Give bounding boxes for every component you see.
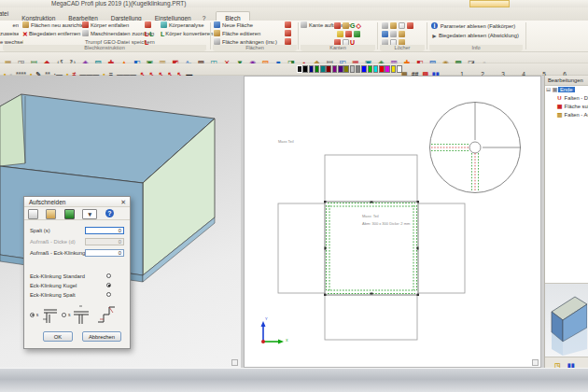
group-label-kanten: Kanten [301, 45, 375, 51]
ribbon-item-koerper-konvertieren[interactable]: LKörper konvertieren [161, 30, 213, 38]
radio-kugel[interactable] [106, 283, 111, 287]
megacad-window: MegaCAD Profi plus 2019 (1)(Kugelklinkun… [0, 0, 588, 392]
ribbon-icon-stack-2[interactable]: LL [145, 30, 155, 38]
ribbon-icon-stack-1[interactable] [145, 21, 153, 30]
palette-swatch-1[interactable] [302, 65, 308, 73]
palette-swatch-15[interactable] [385, 65, 390, 73]
operations-panel: Bearbeitungen ⊟▣Ende U Falten - Dicke▦ F… [544, 76, 588, 368]
viewport-2d[interactable]: Mass Teil Mass: Teil Abm: 300 x 300 Dick… [244, 76, 541, 368]
panel-header: Bearbeitungen [545, 76, 588, 86]
palette-swatch-9[interactable] [350, 65, 356, 73]
ribbon-item-flaeche-editieren[interactable]: Fläche editieren [214, 30, 260, 38]
palette-current-swatch[interactable] [297, 65, 302, 73]
convert-body-icon: L [161, 30, 164, 38]
palette-swatch-14[interactable] [379, 65, 385, 73]
ribbon-item-clipped-2[interactable]: zuweisen [0, 30, 19, 38]
table-icon[interactable] [64, 209, 75, 219]
ribbon-item-biegedaten-ablesen[interactable]: ►Biegedaten ablesen (Abwicklung) [431, 32, 519, 40]
palette-swatch-2[interactable] [309, 65, 315, 73]
palette-swatch-4[interactable] [320, 65, 326, 73]
bottom-bar [0, 368, 588, 392]
ribbon-item-clipped-1[interactable]: en [0, 21, 19, 30]
palette-swatch-8[interactable] [343, 65, 349, 73]
operations-tree: ⊟▣Ende U Falten - Dicke▦ Fläche subtrah.… [545, 86, 588, 283]
drawing-annotation-center-2: Abm: 300 x 300 Dicke: 2 mm [362, 222, 410, 227]
new-face-icon [214, 21, 220, 28]
tree-item-1[interactable]: U Falten - Dicke [545, 94, 588, 103]
dialog-toolbar: ▾ ? [24, 207, 130, 220]
ribbon-item-neue-flaeche[interactable]: Neue Fläche [214, 21, 253, 30]
palette-swatch-11[interactable] [361, 65, 367, 73]
menu-datei[interactable]: Datei [0, 7, 15, 21]
aufschneiden-dialog: Aufschneiden ✕ ▾ ? Spalt (s) 0 Aufmaß - … [23, 196, 131, 349]
copy-icon[interactable] [28, 209, 38, 219]
scroll-button-left-view[interactable] [231, 359, 238, 366]
ucs-axis-icon [261, 321, 285, 344]
edit-face-icon [214, 30, 220, 36]
main-area: Mass Teil Mass: Teil Abm: 300 x 300 Dick… [0, 76, 588, 368]
scroll-button-right-view[interactable] [532, 359, 539, 366]
palette-swatch-12[interactable] [368, 65, 373, 73]
palette-swatch-7[interactable] [338, 65, 343, 73]
toolbar-row-1: ▦◳▤◆↺↻◈▨✚▲◧▣▥◩∿▩◫✕▼◉▧■◨▪◆▤◰▦▣◈▥✚◧▨◉▩◪▫ [0, 52, 588, 63]
ribbon-item-koerperanalyse[interactable]: Körperanalyse [161, 21, 203, 30]
model-preview-thumbnail[interactable] [545, 283, 588, 357]
profile-red-icon: L [145, 30, 148, 38]
diamond-icon: ◇ [356, 21, 360, 30]
palette-swatch-5[interactable] [326, 65, 331, 73]
ribbon-icon-face-1[interactable] [285, 21, 293, 30]
variant-s1-label: s [36, 312, 39, 317]
face-tool1-icon [285, 21, 291, 28]
tree-expander-icon[interactable]: ⊟ [545, 86, 552, 94]
tree-root-label[interactable]: Ende [558, 87, 575, 92]
help-icon[interactable]: ? [105, 209, 114, 217]
machine-data-icon [82, 30, 89, 36]
group-label-flaechen: Flächen [213, 45, 297, 51]
ribbon-icons-loecher-r1[interactable] [381, 21, 414, 30]
style-dropdown-icon[interactable]: ▾ [82, 209, 97, 219]
tree-root-icon: ▣ [552, 86, 558, 94]
ribbon-icons-kanten-r2[interactable] [336, 30, 361, 38]
palette-swatch-13[interactable] [373, 65, 379, 73]
radio-standard[interactable] [106, 273, 111, 278]
ribbon-item-koerper-entfalten[interactable]: Körper entfalten [82, 21, 129, 30]
drawing-annotation-center-1: Mass: Teil [362, 215, 379, 219]
title-bar: MegaCAD Profi plus 2019 (1)(Kugelklinkun… [0, 0, 588, 7]
cancel-button[interactable]: Abbrechen [82, 331, 121, 342]
variant-s1-radio[interactable] [30, 313, 35, 317]
radio-spalt[interactable] [106, 292, 111, 297]
palette-swatch-3[interactable] [315, 65, 320, 73]
menu-bar: DateiKonstruktionBearbeitenDarstellungEi… [0, 7, 588, 21]
paste-icon[interactable] [46, 209, 56, 219]
ribbon-icons-loecher-r2[interactable] [381, 30, 406, 38]
eckklinkung-input[interactable]: 0 [85, 249, 124, 257]
ribbon: en zuweisen e wechseln Flächen neu ausri… [0, 21, 588, 52]
tree-item-2[interactable]: ▦ Fläche subtrah. [545, 103, 588, 111]
info-icon: i [431, 22, 438, 29]
ribbon-item-maschinendaten[interactable]: Maschinendaten zuordnen [82, 30, 154, 38]
titlebar-highlight [469, 0, 510, 7]
variant-s2-radio[interactable] [62, 313, 66, 317]
tree-item-3[interactable]: ▥ Falten - Aufschn. [545, 111, 588, 119]
sheet-body-icon [145, 21, 151, 28]
palette-swatch-6[interactable] [332, 65, 338, 73]
append-face-icon [214, 38, 220, 45]
ribbon-item-biegedaten-entfernen[interactable]: ✕Biegedaten entfernen [22, 30, 80, 38]
split-edge-icon [301, 21, 307, 28]
ribbon-icon-face-2[interactable] [285, 30, 293, 38]
ribbon-icons-kanten-r1[interactable]: G◇ [333, 21, 362, 30]
group-label-info: Info [429, 45, 523, 51]
axis-y-label: Y [265, 317, 268, 322]
ribbon-item-parameter-ablesen[interactable]: i Parameter ablesen (Faltkörper) [431, 22, 515, 31]
dicke-input: 0 [85, 238, 124, 245]
palette-swatch-16[interactable] [391, 65, 397, 73]
palette-swatch-10[interactable] [356, 65, 361, 73]
spalt-input[interactable]: 0 [85, 227, 124, 234]
ok-button[interactable]: OK [43, 331, 73, 342]
align-faces-icon [22, 21, 29, 28]
face-tool2-icon [285, 30, 291, 36]
field-spalt-label: Spalt (s) [30, 228, 50, 233]
dialog-close-icon[interactable]: ✕ [120, 197, 126, 207]
tree-root-row[interactable]: ⊟▣Ende [545, 86, 588, 94]
ribbon-item-flaechen-neu-ausrichten[interactable]: Flächen neu ausrichten [22, 21, 87, 30]
